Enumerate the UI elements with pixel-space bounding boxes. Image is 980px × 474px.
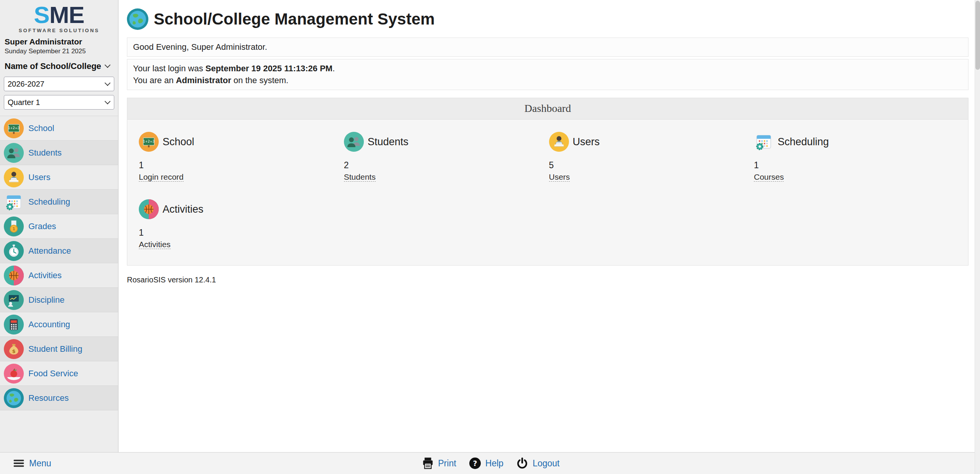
sidebar-item-attendance[interactable]: Attendance [0,239,118,263]
school-select[interactable]: Name of School/College [4,59,114,73]
portal-head: Scheduling [754,132,959,152]
last-login-value: September 19 2025 11:13:26 PM [206,64,332,73]
sidebar-item-label: Activities [28,271,62,280]
logo-letter-s: S [34,2,49,28]
dashboard-section: Dashboard 1+2=3School1Login recordStuden… [127,98,968,266]
sidebar-item-label: Food Service [28,369,78,379]
sidebar-item-student-billing[interactable]: $Student Billing [0,337,118,361]
portal-link[interactable]: Users [549,172,570,182]
help-button[interactable]: ?Help [468,456,503,471]
sidebar-item-scheduling[interactable]: Scheduling [0,190,118,214]
sidebar: SME SOFTWARE SOLUTIONS Super Administrat… [0,0,118,452]
users-icon [4,167,24,187]
sidebar-item-accounting[interactable]: Accounting [0,312,118,337]
greeting-text: Good Evening, Super Administrator. [133,42,267,52]
dashboard-title: Dashboard [127,98,968,120]
portal-count: 1 [139,228,344,238]
portal-sub: Login record [139,172,344,182]
portal-link[interactable]: Courses [754,172,784,182]
term-select-wrap: Quarter 1 [4,95,114,110]
portal-grid: 1+2=3School1Login recordStudents2Student… [127,120,968,265]
discipline-icon [4,290,24,310]
svg-text:$: $ [12,348,15,354]
portal-sub: Students [344,172,549,182]
grades-icon: 1 [4,216,24,236]
main-content: School/College Management System Good Ev… [118,0,980,452]
logo-letters-me: ME [49,2,84,28]
sidebar-menu: 1+2=3SchoolStudentsUsersScheduling1Grade… [0,116,118,410]
portal-sub: Activities [139,240,344,249]
student-billing-icon: $ [4,339,24,359]
portal-head: Students [344,132,549,152]
print-button[interactable]: Print [421,456,456,471]
portal-count: 5 [549,160,754,171]
svg-text:1+2=3: 1+2=3 [143,139,155,143]
sidebar-item-label: Attendance [28,246,71,256]
sidebar-item-label: Student Billing [28,344,82,354]
portal-sub: Courses [754,172,959,182]
logout-icon [515,456,529,471]
portal-link[interactable]: Login record [139,172,184,182]
print-label: Print [438,458,456,469]
portal-sub: Users [549,172,754,182]
portal-title[interactable]: School [163,136,194,148]
sidebar-item-food-service[interactable]: Food Service [0,361,118,386]
school-year-select[interactable]: 2026-2027 [4,77,114,91]
portal-students: Students2Students [344,132,549,182]
sidebar-item-discipline[interactable]: Discipline [0,288,118,312]
portal-title[interactable]: Users [573,136,600,148]
portal-link[interactable]: Students [344,172,376,182]
portal-head: Activities [139,199,344,219]
globe-icon [127,8,148,30]
school-icon: 1+2=3 [4,118,24,138]
food-service-icon [4,364,24,384]
year-select-wrap: 2026-2027 [4,77,114,91]
greeting-note: Good Evening, Super Administrator. [127,38,968,57]
portal-title[interactable]: Scheduling [778,136,829,148]
portal-title[interactable]: Students [368,136,409,148]
portal-title[interactable]: Activities [163,203,204,215]
menu-button[interactable]: Menu [12,453,51,474]
portal-count: 1 [754,160,959,171]
svg-text:1+2=3: 1+2=3 [8,126,20,130]
svg-text:?: ? [473,459,477,467]
students-icon [344,132,364,152]
current-date: Sunday September 21 2025 [5,48,113,55]
resources-icon [4,388,24,408]
sidebar-item-resources[interactable]: Resources [0,386,118,410]
school-icon: 1+2=3 [139,132,159,152]
sidebar-item-students[interactable]: Students [0,141,118,165]
portal-users: Users5Users [549,132,754,182]
sme-logo: SME SOFTWARE SOLUTIONS [0,0,118,33]
scrollbar[interactable] [975,0,980,474]
logout-button[interactable]: Logout [515,456,559,471]
sidebar-item-users[interactable]: Users [0,165,118,190]
sidebar-item-label: Discipline [28,295,64,305]
help-label: Help [485,458,503,469]
portal-link[interactable]: Activities [139,240,171,249]
marking-period-select[interactable]: Quarter 1 [4,95,114,110]
app-root: SME SOFTWARE SOLUTIONS Super Administrat… [0,0,980,452]
portal-school: 1+2=3School1Login record [139,132,344,182]
activities-icon [139,199,159,219]
sidebar-item-label: School [28,123,54,133]
last-login-text: Your last login was September 19 2025 11… [133,63,962,74]
portal-count: 1 [139,160,344,171]
scrollbar-thumb[interactable] [975,1,980,70]
footer-bar: Menu Print?HelpLogout [0,452,980,474]
sidebar-item-label: Users [28,172,50,182]
portal-scheduling: Scheduling1Courses [754,132,959,182]
logo-subtitle: SOFTWARE SOLUTIONS [0,28,118,33]
version-text: RosarioSIS version 12.4.1 [127,276,968,284]
portal-activities: Activities1Activities [139,199,344,249]
sidebar-item-label: Accounting [28,320,70,330]
svg-text:1: 1 [12,226,15,231]
hamburger-icon [12,456,26,471]
attendance-icon [4,241,24,261]
scheduling-icon [754,132,774,152]
sidebar-item-school[interactable]: 1+2=3School [0,116,118,141]
page-title: School/College Management System [154,10,435,28]
role-text: You are an Administrator on the system. [133,75,962,86]
sidebar-item-grades[interactable]: 1Grades [0,214,118,239]
sidebar-item-activities[interactable]: Activities [0,263,118,288]
